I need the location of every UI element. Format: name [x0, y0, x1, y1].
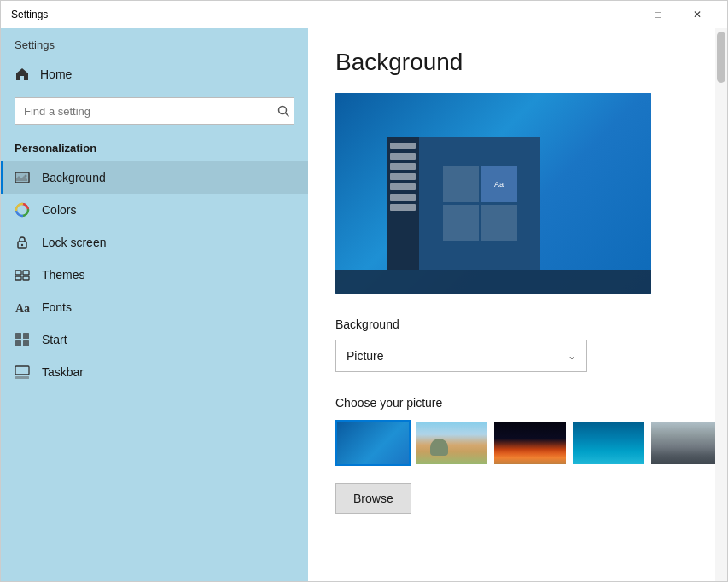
- start-label: Start: [42, 333, 67, 346]
- search-input[interactable]: [15, 97, 294, 125]
- sidebar-item-taskbar[interactable]: Taskbar: [1, 356, 308, 388]
- preview-sidebar-row: [390, 194, 416, 201]
- svg-text:Aa: Aa: [15, 302, 30, 315]
- preview-tile: [443, 205, 479, 241]
- thumb-image-5: [651, 422, 723, 464]
- dropdown-container: Picture ⌄: [335, 340, 587, 372]
- desktop-preview: Aa: [335, 93, 651, 294]
- svg-rect-13: [15, 333, 21, 339]
- lock-screen-label: Lock screen: [42, 236, 106, 249]
- preview-sidebar-row: [390, 204, 416, 211]
- svg-rect-9: [23, 271, 29, 275]
- sidebar-item-colors[interactable]: Colors: [1, 194, 308, 226]
- taskbar-icon: [15, 364, 30, 380]
- sidebar-item-background[interactable]: Background: [1, 161, 308, 194]
- colors-icon: [15, 202, 30, 218]
- choose-picture-label: Choose your picture: [335, 396, 700, 410]
- preview-taskbar: [335, 270, 651, 294]
- sidebar-item-fonts[interactable]: Aa Fonts: [1, 291, 308, 323]
- preview-sidebar: [387, 137, 419, 270]
- preview-tile: [481, 205, 517, 241]
- background-section-label: Background: [335, 317, 700, 331]
- picture-thumb-2[interactable]: [414, 420, 489, 466]
- scrollbar-track[interactable]: [715, 28, 727, 581]
- fonts-icon: Aa: [15, 300, 30, 315]
- preview-main: Aa: [419, 137, 540, 270]
- picture-thumb-5[interactable]: [649, 420, 725, 466]
- minimize-button[interactable]: ─: [599, 1, 638, 28]
- svg-rect-18: [15, 376, 29, 379]
- svg-rect-8: [15, 271, 21, 275]
- search-button[interactable]: [277, 105, 289, 117]
- picture-thumb-3[interactable]: [492, 420, 568, 466]
- fonts-label: Fonts: [42, 300, 72, 314]
- preview-sidebar-row: [390, 173, 416, 180]
- start-icon: [15, 332, 30, 347]
- settings-window: Settings ─ □ ✕ Settings Home: [0, 0, 728, 582]
- maximize-button[interactable]: □: [638, 1, 678, 28]
- sidebar-app-title: Settings: [1, 28, 308, 58]
- preview-sidebar-row: [390, 183, 416, 190]
- preview-tiles: Aa: [443, 166, 517, 241]
- thumb-image-3: [494, 422, 566, 464]
- home-icon: [15, 67, 30, 82]
- sidebar-item-themes[interactable]: Themes: [1, 259, 308, 291]
- svg-rect-10: [15, 276, 21, 280]
- background-dropdown[interactable]: Picture ⌄: [335, 340, 587, 372]
- background-icon: [15, 170, 30, 185]
- colors-label: Colors: [42, 203, 76, 217]
- taskbar-label: Taskbar: [42, 365, 84, 379]
- search-box: [15, 97, 294, 125]
- themes-label: Themes: [42, 268, 85, 282]
- window-title: Settings: [11, 9, 599, 20]
- home-label: Home: [40, 67, 72, 81]
- lock-icon: [15, 235, 30, 250]
- preview-desktop-bg: Aa: [335, 93, 651, 294]
- preview-tile-text: Aa: [481, 166, 517, 202]
- app-body: Settings Home: [1, 28, 727, 581]
- dropdown-value: Picture: [347, 349, 384, 363]
- scrollbar-thumb[interactable]: [717, 32, 725, 83]
- preview-sidebar-row: [390, 163, 416, 170]
- sidebar: Settings Home: [1, 28, 308, 581]
- window-controls: ─ □ ✕: [599, 1, 717, 28]
- themes-icon: [15, 267, 30, 282]
- preview-sidebar-row: [390, 143, 416, 149]
- picture-grid: [335, 420, 700, 466]
- thumb-image-4: [573, 422, 644, 464]
- sidebar-item-lock-screen[interactable]: Lock screen: [1, 226, 308, 259]
- chevron-down-icon: ⌄: [568, 350, 576, 362]
- thumb-image-2: [416, 422, 487, 464]
- svg-rect-15: [15, 340, 21, 346]
- svg-rect-11: [23, 276, 29, 280]
- page-title: Background: [335, 49, 700, 76]
- browse-button[interactable]: Browse: [335, 483, 411, 514]
- svg-point-7: [21, 244, 23, 246]
- thumb-image-1: [337, 422, 409, 464]
- content-area: Background: [308, 28, 727, 581]
- section-title: Personalization: [1, 131, 308, 161]
- svg-rect-17: [15, 366, 29, 375]
- preview-sidebar-row: [390, 153, 416, 160]
- preview-window: Aa: [387, 137, 540, 270]
- preview-tile: [443, 166, 479, 202]
- svg-rect-14: [23, 333, 29, 339]
- title-bar: Settings ─ □ ✕: [1, 1, 727, 28]
- preview-window-inner: Aa: [387, 137, 540, 270]
- svg-line-1: [286, 113, 289, 117]
- background-label: Background: [42, 171, 106, 184]
- picture-thumb-1[interactable]: [335, 420, 411, 466]
- close-button[interactable]: ✕: [678, 1, 717, 28]
- picture-thumb-4[interactable]: [571, 420, 646, 466]
- sidebar-item-home[interactable]: Home: [1, 58, 308, 90]
- svg-rect-16: [23, 340, 29, 346]
- svg-point-4: [25, 175, 27, 178]
- sidebar-item-start[interactable]: Start: [1, 323, 308, 356]
